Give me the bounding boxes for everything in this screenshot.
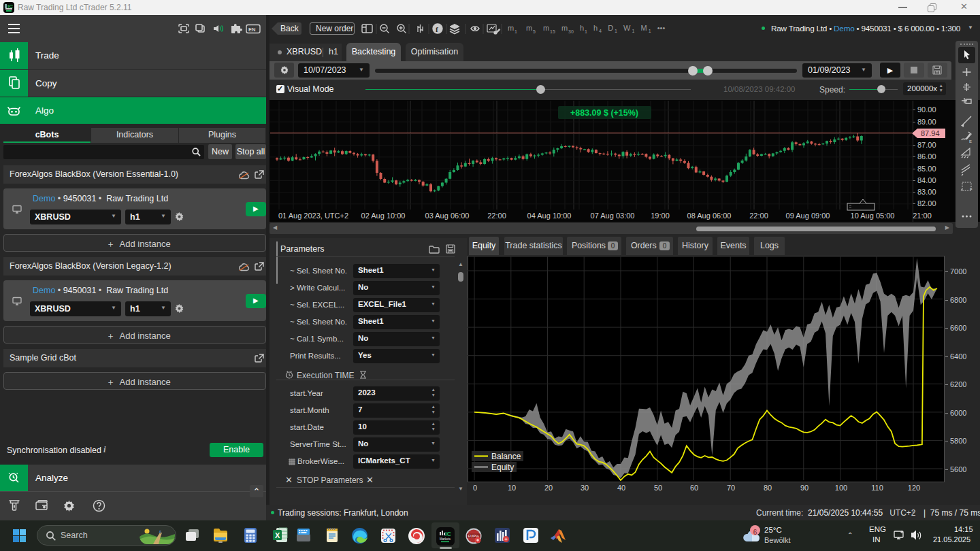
svg-text:m: m <box>561 24 568 32</box>
svg-text:m: m <box>526 24 532 32</box>
svg-text:X: X <box>275 531 280 539</box>
svg-text:Balance: Balance <box>491 452 521 461</box>
svg-text:1: 1 <box>514 29 517 34</box>
svg-text:m: m <box>543 24 549 32</box>
svg-text:E: E <box>969 139 972 144</box>
svg-text:f: f <box>436 25 438 33</box>
svg-text:EN: EN <box>248 27 255 33</box>
svg-text:5: 5 <box>533 29 536 34</box>
svg-text:Equity: Equity <box>491 463 514 472</box>
svg-text:30: 30 <box>568 29 574 34</box>
svg-text:+883.09 $ (+15%): +883.09 $ (+15%) <box>570 108 638 118</box>
svg-text:m: m <box>508 24 514 32</box>
svg-text:15: 15 <box>550 29 555 34</box>
svg-text:F: F <box>970 187 973 191</box>
svg-text:1: 1 <box>585 29 587 34</box>
svg-text:IC: IC <box>445 531 452 537</box>
svg-text:Markets: Markets <box>440 537 451 541</box>
svg-text:h: h <box>580 24 584 32</box>
